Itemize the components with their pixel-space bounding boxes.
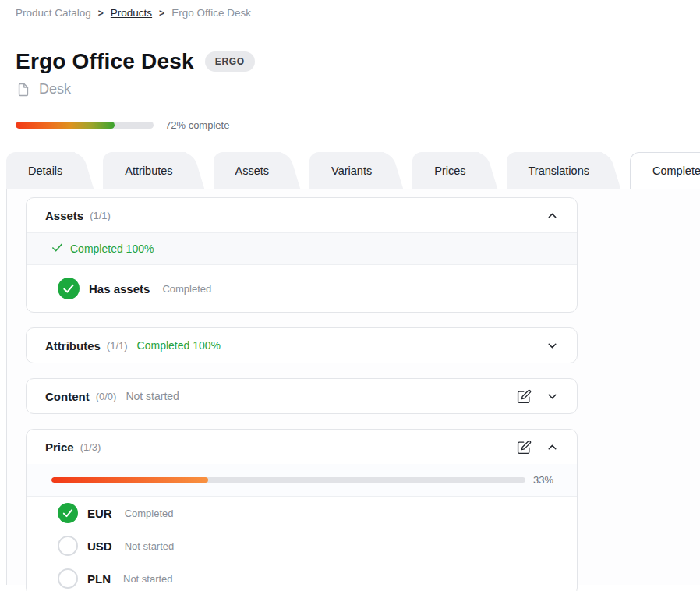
section-assets: Assets (1/1) Completed 100% Has assets C… bbox=[26, 197, 578, 313]
chevron-down-icon[interactable] bbox=[543, 336, 561, 355]
section-content-header[interactable]: Content (0/0) Not started bbox=[27, 379, 577, 413]
breadcrumb-item-product-catalog[interactable]: Product Catalog bbox=[16, 7, 91, 19]
currency-status: Not started bbox=[123, 573, 173, 585]
price-item-row: USD Not started bbox=[27, 529, 577, 562]
breadcrumb: Product Catalog > Products > Ergo Office… bbox=[0, 0, 700, 19]
section-status: Completed 100% bbox=[137, 339, 221, 352]
tab-variants[interactable]: Variants bbox=[309, 152, 384, 189]
price-progress-bar bbox=[51, 477, 525, 483]
currency-code: USD bbox=[87, 540, 112, 553]
completeness-panel: Assets (1/1) Completed 100% Has assets C… bbox=[6, 189, 700, 585]
check-circle-icon bbox=[58, 278, 80, 299]
assets-item-status: Completed bbox=[162, 283, 211, 295]
check-circle-icon bbox=[58, 503, 78, 523]
page-header: Ergo Office Desk ERGO bbox=[16, 49, 700, 74]
tab-translations[interactable]: Translations bbox=[507, 152, 602, 189]
overall-progress-fill bbox=[16, 122, 115, 129]
breadcrumb-item-current: Ergo Office Desk bbox=[171, 7, 251, 19]
section-title: Attributes bbox=[45, 339, 101, 352]
check-icon bbox=[51, 242, 63, 256]
product-family-row: Desk bbox=[16, 81, 700, 97]
tab-completeness[interactable]: Completeness bbox=[630, 152, 700, 189]
section-content: Content (0/0) Not started bbox=[26, 378, 578, 414]
assets-item-row: Has assets Completed bbox=[27, 265, 577, 312]
chevron-up-icon[interactable] bbox=[543, 206, 561, 225]
section-count: (1/1) bbox=[90, 210, 111, 221]
empty-circle-icon bbox=[58, 536, 78, 556]
chevron-down-icon[interactable] bbox=[543, 387, 561, 405]
tab-details[interactable]: Details bbox=[6, 152, 75, 189]
tab-prices[interactable]: Prices bbox=[412, 152, 478, 189]
overall-progress-label: 72% complete bbox=[165, 119, 229, 131]
assets-item-name: Has assets bbox=[89, 282, 150, 296]
product-identifier-badge: ERGO bbox=[205, 51, 255, 72]
price-progress-row: 33% bbox=[27, 464, 577, 497]
section-title: Content bbox=[45, 390, 90, 403]
page-title: Ergo Office Desk bbox=[16, 49, 194, 74]
chevron-up-icon[interactable] bbox=[543, 437, 561, 456]
empty-circle-icon bbox=[58, 568, 78, 589]
price-progress-label: 33% bbox=[533, 474, 553, 486]
breadcrumb-item-products[interactable]: Products bbox=[111, 7, 152, 19]
currency-status: Not started bbox=[125, 540, 175, 552]
product-family-label: Desk bbox=[39, 81, 71, 97]
file-icon bbox=[16, 82, 31, 97]
currency-code: EUR bbox=[87, 507, 112, 520]
section-status: Not started bbox=[126, 390, 179, 402]
overall-completeness-row: 72% complete bbox=[16, 119, 700, 131]
tab-attributes[interactable]: Attributes bbox=[103, 152, 185, 189]
section-title: Price bbox=[45, 441, 74, 454]
currency-status: Completed bbox=[125, 508, 174, 519]
section-price: Price (1/3) 33% EUR Completed USD bbox=[26, 429, 578, 591]
section-price-header[interactable]: Price (1/3) bbox=[27, 430, 577, 464]
section-title: Assets bbox=[45, 209, 83, 222]
tab-bar: Details Attributes Assets Variants Price… bbox=[6, 152, 700, 189]
overall-progress-bar bbox=[16, 122, 154, 129]
section-assets-summary: Completed 100% bbox=[27, 232, 577, 265]
tab-assets[interactable]: Assets bbox=[214, 152, 282, 189]
section-count: (0/0) bbox=[96, 391, 117, 402]
summary-label: Completed 100% bbox=[70, 242, 154, 255]
price-item-row: EUR Completed bbox=[27, 497, 577, 529]
section-assets-header[interactable]: Assets (1/1) bbox=[27, 198, 577, 232]
price-item-row: PLN Not started bbox=[27, 562, 577, 591]
price-progress-fill bbox=[51, 477, 208, 483]
section-attributes-header[interactable]: Attributes (1/1) Completed 100% bbox=[27, 328, 577, 363]
edit-icon[interactable] bbox=[514, 437, 533, 456]
edit-icon[interactable] bbox=[514, 387, 533, 405]
section-count: (1/3) bbox=[80, 441, 101, 453]
currency-code: PLN bbox=[87, 572, 111, 586]
section-count: (1/1) bbox=[107, 340, 128, 352]
section-attributes: Attributes (1/1) Completed 100% bbox=[26, 327, 578, 363]
breadcrumb-separator: > bbox=[159, 8, 164, 19]
breadcrumb-separator: > bbox=[98, 8, 104, 19]
